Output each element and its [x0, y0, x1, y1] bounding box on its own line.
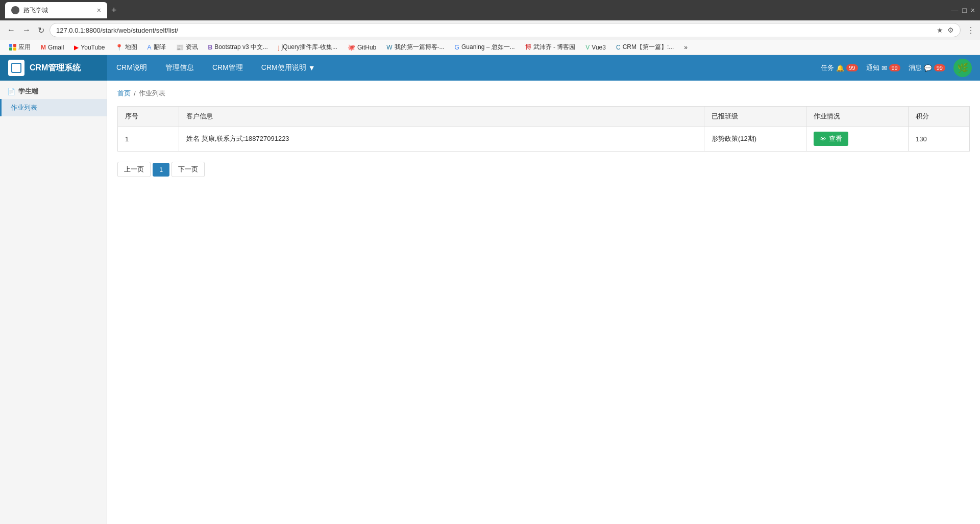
col-header-score: 积分 — [909, 107, 970, 127]
bookmark-jquery-label: jQuery插件库-收集... — [282, 43, 337, 52]
breadcrumb-home[interactable]: 首页 — [117, 89, 131, 98]
avatar-image: 🌿 — [957, 62, 968, 73]
user-avatar[interactable]: 🌿 — [953, 59, 972, 77]
homework-table: 序号 客户信息 已报班级 作业情况 积分 1 姓名 莫康,联系方式:188727… — [117, 106, 970, 152]
back-button[interactable]: ← — [5, 23, 17, 37]
bookmark-apps[interactable]: 应用 — [5, 42, 35, 53]
pagination: 上一页 1 下一页 — [117, 162, 970, 177]
address-bar[interactable]: 127.0.0.1:8800/stark/web/student/self/li… — [50, 23, 961, 37]
breadcrumb-separator: / — [134, 90, 136, 97]
forward-button[interactable]: → — [20, 23, 33, 37]
cell-class: 形势政策(12期) — [704, 127, 806, 152]
bookmark-youtube-label: YouTube — [81, 44, 105, 51]
nav-link-crm-intro[interactable]: CRM说明 — [107, 55, 156, 81]
brand-title: CRM管理系统 — [30, 63, 81, 73]
bookmark-wupeiqi-label: 武沛齐 - 博客园 — [533, 43, 576, 52]
sidebar-item-homework-list[interactable]: 作业列表 — [0, 99, 107, 116]
gmail-icon: M — [41, 44, 46, 51]
vue3-icon: V — [585, 44, 590, 51]
extensions-button[interactable]: ⋮ — [967, 26, 975, 35]
translate-icon: A — [148, 44, 152, 51]
cell-score: 130 — [909, 127, 970, 152]
nav-link-crm-manage[interactable]: CRM管理 — [203, 55, 252, 81]
tasks-icon: 🔔 — [836, 64, 844, 72]
tasks-label: 任务 — [821, 63, 834, 72]
bookmark-maps[interactable]: 📍 地图 — [111, 42, 141, 53]
eye-icon: 👁 — [820, 135, 826, 143]
new-tab-button[interactable]: + — [111, 5, 117, 16]
col-header-homework: 作业情况 — [806, 107, 909, 127]
wupeiqi-icon: 博 — [525, 43, 531, 52]
bookmark-youtube[interactable]: ▶ YouTube — [70, 43, 109, 52]
bookmark-guaning[interactable]: G Guaning – 忽如一... — [451, 42, 519, 53]
cell-index: 1 — [118, 127, 179, 152]
view-homework-button[interactable]: 👁 查看 — [814, 132, 848, 146]
col-header-customer: 客户信息 — [179, 107, 704, 127]
close-window-button[interactable]: × — [971, 6, 975, 14]
bookmark-apps-label: 应用 — [18, 43, 31, 52]
messages-label: 消息 — [909, 63, 922, 72]
bookmark-crm-label: CRM【第一篇】:... — [623, 43, 674, 52]
nav-link-crm-usage[interactable]: CRM使用说明 ▼ — [252, 55, 325, 81]
bookmark-translate[interactable]: A 翻译 — [143, 42, 170, 53]
address-bar-icons: ★ ⚙ — [937, 26, 954, 34]
bookmark-blog1[interactable]: W 我的第一篇博客-... — [382, 42, 448, 53]
view-label: 查看 — [829, 134, 842, 143]
brand[interactable]: CRM管理系统 — [0, 55, 107, 81]
bookmark-jquery[interactable]: j jQuery插件库-收集... — [274, 42, 341, 53]
bookmark-crm[interactable]: C CRM【第一篇】:... — [612, 42, 678, 53]
sidebar-item-homework-label: 作业列表 — [11, 104, 37, 111]
bookmark-translate-label: 翻译 — [154, 43, 166, 52]
jquery-icon: j — [278, 44, 280, 51]
tasks-nav-item[interactable]: 任务 🔔 99 — [821, 63, 857, 72]
youtube-icon: ▶ — [74, 44, 79, 51]
bookmark-github[interactable]: 🐙 GitHub — [344, 43, 380, 52]
next-page-button[interactable]: 下一页 — [172, 162, 205, 177]
browser-chrome: 路飞学城 × + — □ × — [0, 0, 980, 20]
bootstrap-icon: B — [208, 44, 213, 51]
col-header-class: 已报班级 — [704, 107, 806, 127]
sidebar-section-icon: 📄 — [7, 88, 15, 95]
refresh-button[interactable]: ↻ — [36, 23, 46, 37]
top-nav-right: 任务 🔔 99 通知 ✉ 99 消息 💬 99 🌿 — [821, 59, 980, 77]
brand-icon-inner — [11, 63, 21, 73]
col-header-index: 序号 — [118, 107, 179, 127]
tab-close-button[interactable]: × — [97, 6, 101, 14]
maps-icon: 📍 — [115, 44, 123, 51]
prev-page-button[interactable]: 上一页 — [117, 162, 151, 177]
cell-action: 👁 查看 — [806, 127, 909, 152]
minimize-button[interactable]: — — [951, 6, 958, 14]
messages-nav-item[interactable]: 消息 💬 99 — [909, 63, 945, 72]
bookmark-gmail[interactable]: M Gmail — [37, 43, 68, 52]
app: CRM管理系统 CRM说明 管理信息 CRM管理 CRM使用说明 ▼ 任务 🔔 … — [0, 55, 980, 524]
messages-icon: 💬 — [924, 64, 932, 72]
current-page-button[interactable]: 1 — [153, 163, 169, 177]
notify-icon: ✉ — [881, 64, 887, 72]
guaning-icon: G — [455, 44, 459, 51]
bookmark-vue3[interactable]: V Vue3 — [581, 43, 610, 52]
bookmark-bootstrap-label: Bootstrap v3 中文... — [214, 43, 268, 52]
bookmark-more[interactable]: » — [680, 43, 692, 52]
dropdown-arrow-icon: ▼ — [308, 64, 315, 72]
bookmark-wupeiqi[interactable]: 博 武沛齐 - 博客园 — [521, 42, 580, 53]
bookmark-more-label: » — [684, 44, 688, 51]
messages-badge: 99 — [934, 64, 945, 71]
tasks-badge: 99 — [846, 64, 857, 71]
browser-tab[interactable]: 路飞学城 × — [5, 2, 107, 18]
nav-link-manage-info[interactable]: 管理信息 — [156, 55, 203, 81]
notify-nav-item[interactable]: 通知 ✉ 99 — [866, 63, 900, 72]
bookmark-bootstrap[interactable]: B Bootstrap v3 中文... — [204, 42, 272, 53]
sidebar-section-label: 学生端 — [18, 87, 38, 96]
nav-links: CRM说明 管理信息 CRM管理 CRM使用说明 ▼ — [107, 55, 325, 81]
bookmark-maps-label: 地图 — [125, 43, 137, 52]
bookmark-news[interactable]: 📰 资讯 — [172, 42, 202, 53]
maximize-button[interactable]: □ — [962, 6, 966, 14]
main-content: 首页 / 作业列表 序号 客户信息 已报班级 作业情况 积分 — [107, 81, 980, 524]
top-nav: CRM管理系统 CRM说明 管理信息 CRM管理 CRM使用说明 ▼ 任务 🔔 … — [0, 55, 980, 81]
sidebar-section-student: 📄 学生端 — [0, 81, 107, 99]
blog1-icon: W — [386, 44, 392, 51]
bookmark-guaning-label: Guaning – 忽如一... — [461, 43, 515, 52]
notify-badge: 99 — [889, 64, 900, 71]
bookmark-github-label: GitHub — [357, 44, 376, 51]
address-text: 127.0.0.1:8800/stark/web/student/self/li… — [56, 27, 178, 34]
